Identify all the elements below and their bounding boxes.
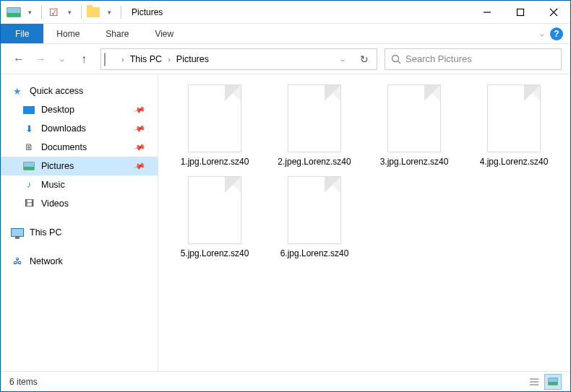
search-box[interactable] <box>385 48 562 70</box>
file-name: 5.jpg.Lorenz.sz40 <box>181 248 249 259</box>
file-tab[interactable]: File <box>1 24 43 43</box>
file-item[interactable]: 4.jpg.Lorenz.sz40 <box>471 84 557 167</box>
maximize-button[interactable] <box>504 1 537 23</box>
sidebar-item-videos[interactable]: 🎞 Videos <box>1 194 158 213</box>
recent-dropdown-icon[interactable]: ⌵ <box>53 50 72 69</box>
svg-rect-1 <box>518 9 524 15</box>
navbar: ← → ⌵ ↑ › This PC › Pictures ⌵ ↻ <box>1 44 570 74</box>
svg-line-5 <box>398 61 401 64</box>
sidebar-network[interactable]: 🖧 Network <box>1 252 158 271</box>
file-item[interactable]: 2.jpeg.Lorenz.sz40 <box>271 84 358 167</box>
pin-icon: 📌 <box>133 141 147 154</box>
expand-ribbon-icon[interactable]: ⌵ <box>540 30 544 38</box>
search-input[interactable] <box>405 53 555 64</box>
address-bar[interactable]: › This PC › Pictures ⌵ ↻ <box>100 48 377 70</box>
forward-button[interactable]: → <box>31 50 50 69</box>
up-button[interactable]: ↑ <box>74 50 93 69</box>
titlebar: ▾ ☑ ▾ ▾ Pictures <box>1 1 570 24</box>
item-count: 6 items <box>9 377 38 387</box>
file-item[interactable]: 1.jpg.Lorenz.sz40 <box>171 84 258 167</box>
status-bar: 6 items <box>1 371 570 391</box>
sidebar-label: Quick access <box>30 86 83 96</box>
sidebar-item-label: Music <box>41 180 65 190</box>
divider <box>41 6 42 19</box>
sidebar-item-label: Pictures <box>41 161 74 171</box>
this-pc-icon <box>11 226 24 239</box>
file-name: 6.jpg.Lorenz.sz40 <box>280 248 349 259</box>
sidebar-item-pictures[interactable]: Pictures 📌 <box>1 157 158 175</box>
sidebar-item-label: Videos <box>41 199 69 209</box>
qat: ▾ ☑ ▾ ▾ Pictures <box>1 5 163 19</box>
tab-view[interactable]: View <box>142 24 186 43</box>
qat-chevron-icon[interactable]: ▾ <box>62 5 77 19</box>
sidebar-label: Network <box>30 256 63 266</box>
file-grid: 1.jpg.Lorenz.sz40 2.jpeg.Lorenz.sz40 3.j… <box>171 84 563 259</box>
file-icon <box>387 84 441 152</box>
file-icon <box>188 84 241 152</box>
qat-chevron-icon[interactable]: ▾ <box>22 5 37 19</box>
location-icon <box>104 53 119 65</box>
pin-icon: 📌 <box>133 160 147 173</box>
tab-home[interactable]: Home <box>43 24 93 43</box>
sidebar-this-pc[interactable]: This PC <box>1 223 158 242</box>
sidebar-item-music[interactable]: ♪ Music <box>1 175 158 194</box>
divider <box>121 6 121 19</box>
chevron-right-icon[interactable]: › <box>168 55 171 64</box>
tab-share[interactable]: Share <box>93 24 142 43</box>
file-view[interactable]: 1.jpg.Lorenz.sz40 2.jpeg.Lorenz.sz40 3.j… <box>158 74 570 371</box>
file-icon <box>487 84 541 152</box>
pin-icon: 📌 <box>133 122 147 135</box>
chevron-right-icon[interactable]: › <box>121 55 124 64</box>
documents-icon: 🗎 <box>22 141 35 154</box>
pin-icon: 📌 <box>133 103 147 116</box>
file-name: 2.jpeg.Lorenz.sz40 <box>278 157 351 167</box>
ribbon: File Home Share View ⌵ ? <box>1 24 570 44</box>
file-name: 4.jpg.Lorenz.sz40 <box>480 157 549 167</box>
divider <box>81 6 82 19</box>
music-icon: ♪ <box>22 178 35 191</box>
breadcrumb-pictures[interactable]: Pictures <box>173 54 212 64</box>
sidebar-item-documents[interactable]: 🗎 Documents 📌 <box>1 138 158 157</box>
download-icon: ⬇ <box>22 122 35 135</box>
app-icon <box>7 5 21 19</box>
file-item[interactable]: 6.jpg.Lorenz.sz40 <box>271 176 358 259</box>
qat-dropdown-icon[interactable]: ▾ <box>102 5 116 19</box>
sidebar-item-label: Documents <box>41 142 87 152</box>
minimize-button[interactable] <box>471 1 504 23</box>
nav-pane: ★ Quick access Desktop 📌 ⬇ Downloads 📌 🗎… <box>1 74 158 371</box>
file-name: 1.jpg.Lorenz.sz40 <box>181 157 249 167</box>
sidebar-item-desktop[interactable]: Desktop 📌 <box>1 100 158 119</box>
file-name: 3.jpg.Lorenz.sz40 <box>380 157 449 167</box>
sidebar-item-label: Downloads <box>41 123 86 134</box>
address-dropdown-icon[interactable]: ⌵ <box>333 50 352 69</box>
window-title: Pictures <box>132 7 163 17</box>
qat-properties-icon[interactable]: ☑ <box>46 5 61 19</box>
svg-point-4 <box>392 55 399 61</box>
pictures-icon <box>22 160 35 173</box>
file-item[interactable]: 5.jpg.Lorenz.sz40 <box>171 176 258 259</box>
icons-view-button[interactable] <box>544 374 562 390</box>
close-button[interactable] <box>537 1 570 23</box>
desktop-icon <box>22 103 35 116</box>
back-button[interactable]: ← <box>9 50 28 69</box>
file-icon <box>288 84 341 152</box>
breadcrumb-this-pc[interactable]: This PC <box>127 54 165 64</box>
help-icon[interactable]: ? <box>550 27 563 40</box>
network-icon: 🖧 <box>11 255 24 268</box>
file-icon <box>188 176 241 244</box>
sidebar-item-downloads[interactable]: ⬇ Downloads 📌 <box>1 119 158 138</box>
search-icon <box>391 54 401 64</box>
refresh-button[interactable]: ↻ <box>355 50 374 69</box>
file-item[interactable]: 3.jpg.Lorenz.sz40 <box>371 84 458 167</box>
explorer-window: ▾ ☑ ▾ ▾ Pictures File Home Share View ⌵ … <box>0 0 571 392</box>
sidebar-item-label: Desktop <box>41 105 74 115</box>
file-icon <box>288 176 341 244</box>
details-view-button[interactable] <box>525 374 543 390</box>
sidebar-quick-access[interactable]: ★ Quick access <box>1 82 158 100</box>
videos-icon: 🎞 <box>22 197 35 210</box>
window-controls <box>471 1 570 23</box>
body: ★ Quick access Desktop 📌 ⬇ Downloads 📌 🗎… <box>1 74 570 371</box>
star-icon: ★ <box>11 84 24 97</box>
qat-folder-icon[interactable] <box>86 5 100 19</box>
sidebar-label: This PC <box>30 227 61 238</box>
